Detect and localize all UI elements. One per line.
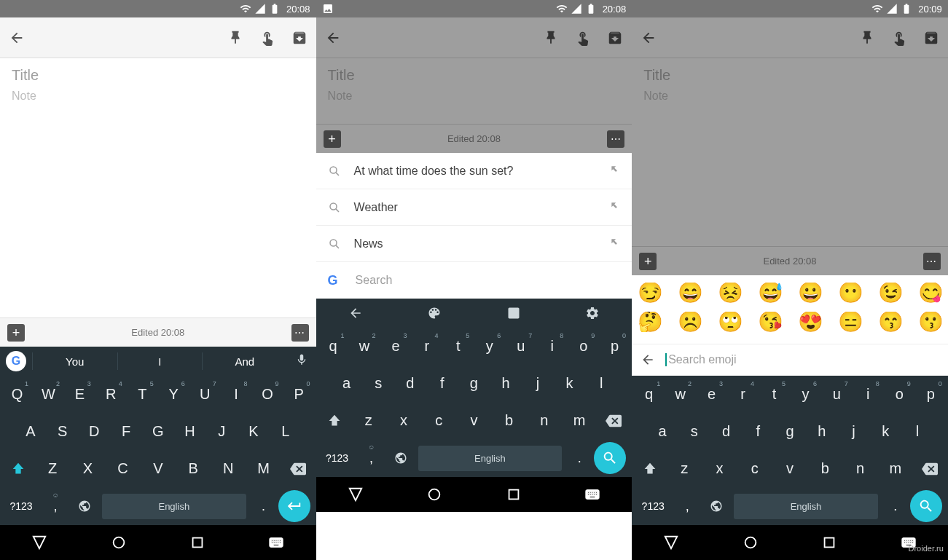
key-c[interactable]: c <box>737 453 772 484</box>
key-L[interactable]: L <box>270 416 302 447</box>
emoji[interactable]: 😋 <box>918 283 944 303</box>
key-k[interactable]: k <box>554 368 586 399</box>
symbols-key[interactable]: ?123 <box>318 452 357 464</box>
comma-key[interactable]: , <box>357 451 386 466</box>
nav-home-icon[interactable] <box>426 486 442 502</box>
insert-icon[interactable] <box>610 165 620 178</box>
key-w[interactable]: w2 <box>349 331 380 362</box>
key-b[interactable]: b <box>807 453 842 484</box>
key-s[interactable]: s <box>362 368 394 399</box>
archive-icon[interactable] <box>607 30 623 46</box>
key-j[interactable]: j <box>522 368 554 399</box>
nav-recent-icon[interactable] <box>821 535 837 551</box>
key-h[interactable]: h <box>490 368 522 399</box>
key-l[interactable]: l <box>585 368 617 399</box>
key-l[interactable]: l <box>901 416 933 447</box>
key-B[interactable]: B <box>176 453 211 484</box>
key-d[interactable]: d <box>394 368 426 399</box>
key-v[interactable]: v <box>772 453 807 484</box>
key-s[interactable]: s <box>678 416 710 447</box>
key-e[interactable]: e3 <box>380 331 412 362</box>
key-u[interactable]: u7 <box>821 379 853 410</box>
back-icon[interactable] <box>9 30 25 46</box>
key-q[interactable]: q1 <box>318 331 349 362</box>
note-area[interactable]: Title Note <box>632 58 948 246</box>
key-g[interactable]: g <box>458 368 490 399</box>
backspace-key[interactable] <box>597 405 630 436</box>
key-O[interactable]: O9 <box>252 379 283 410</box>
emoji[interactable]: 😣 <box>718 283 743 303</box>
suggestion-3[interactable]: And <box>202 352 287 370</box>
key-m[interactable]: m <box>878 453 913 484</box>
key-J[interactable]: J <box>205 416 238 447</box>
back-icon[interactable] <box>641 352 655 367</box>
key-i[interactable]: i8 <box>536 331 568 362</box>
emoji[interactable]: 🙄 <box>718 312 743 332</box>
key-f[interactable]: f <box>426 368 458 399</box>
emoji[interactable]: ☹️ <box>678 312 703 332</box>
nav-home-icon[interactable] <box>111 535 127 551</box>
key-o[interactable]: o9 <box>884 379 915 410</box>
reminder-icon[interactable] <box>575 30 591 46</box>
key-p[interactable]: p0 <box>915 379 947 410</box>
suggestion-1[interactable]: You <box>32 352 117 370</box>
key-i[interactable]: i8 <box>853 379 884 410</box>
nav-keyboard-icon[interactable] <box>268 535 284 551</box>
symbols-key[interactable]: ?123 <box>1 500 41 512</box>
key-D[interactable]: D <box>78 416 110 447</box>
emoji[interactable]: 🤔 <box>638 312 663 332</box>
key-F[interactable]: F <box>110 416 142 447</box>
key-u[interactable]: u7 <box>505 331 536 362</box>
key-g[interactable]: g <box>774 416 806 447</box>
key-a[interactable]: a <box>646 416 678 447</box>
space-key[interactable]: English <box>734 494 878 519</box>
insert-icon[interactable] <box>610 237 620 251</box>
insert-icon[interactable] <box>610 201 620 214</box>
key-r[interactable]: r4 <box>727 379 759 410</box>
note-area[interactable]: Title Note <box>316 58 632 124</box>
key-S[interactable]: S <box>47 416 79 447</box>
key-W[interactable]: W2 <box>33 379 64 410</box>
key-v[interactable]: v <box>456 405 491 436</box>
key-c[interactable]: c <box>421 405 456 436</box>
key-n[interactable]: n <box>527 405 562 436</box>
note-input[interactable]: Note <box>12 90 305 103</box>
title-input[interactable]: Title <box>328 67 621 84</box>
emoji[interactable]: 😏 <box>638 283 663 303</box>
key-r[interactable]: r4 <box>411 331 442 362</box>
key-P[interactable]: P0 <box>283 379 315 410</box>
key-A[interactable]: A <box>15 416 47 447</box>
key-m[interactable]: m <box>562 405 597 436</box>
emoji[interactable]: 😍 <box>798 312 823 332</box>
title-input[interactable]: Title <box>643 67 936 84</box>
key-a[interactable]: a <box>331 368 363 399</box>
key-q[interactable]: q1 <box>633 379 665 410</box>
nav-back-icon[interactable] <box>348 486 364 502</box>
google-icon[interactable]: G <box>6 351 26 371</box>
add-button[interactable]: + <box>7 324 25 342</box>
space-key[interactable]: English <box>418 446 563 471</box>
note-area[interactable]: Title Note <box>0 58 316 318</box>
archive-icon[interactable] <box>291 30 307 46</box>
key-Z[interactable]: Z <box>35 453 70 484</box>
settings-icon[interactable] <box>585 306 600 320</box>
search-key[interactable] <box>910 490 942 522</box>
key-U[interactable]: U7 <box>189 379 221 410</box>
period-key[interactable]: . <box>881 499 910 514</box>
key-x[interactable]: x <box>702 453 737 484</box>
key-o[interactable]: o9 <box>568 331 599 362</box>
key-N[interactable]: N <box>211 453 246 484</box>
key-p[interactable]: p0 <box>599 331 630 362</box>
key-X[interactable]: X <box>70 453 105 484</box>
nav-back-icon[interactable] <box>31 535 47 551</box>
nav-keyboard-icon[interactable] <box>901 535 917 551</box>
shift-key[interactable] <box>1 453 35 484</box>
key-E[interactable]: E3 <box>64 379 95 410</box>
emoji[interactable]: 😀 <box>798 283 823 303</box>
key-j[interactable]: j <box>838 416 870 447</box>
emoji[interactable]: 😄 <box>678 283 703 303</box>
search-row[interactable]: At what time does the sun set? <box>316 153 632 189</box>
suggestion-2[interactable]: I <box>117 352 203 370</box>
enter-key[interactable] <box>278 490 310 522</box>
add-button[interactable]: + <box>639 253 657 270</box>
